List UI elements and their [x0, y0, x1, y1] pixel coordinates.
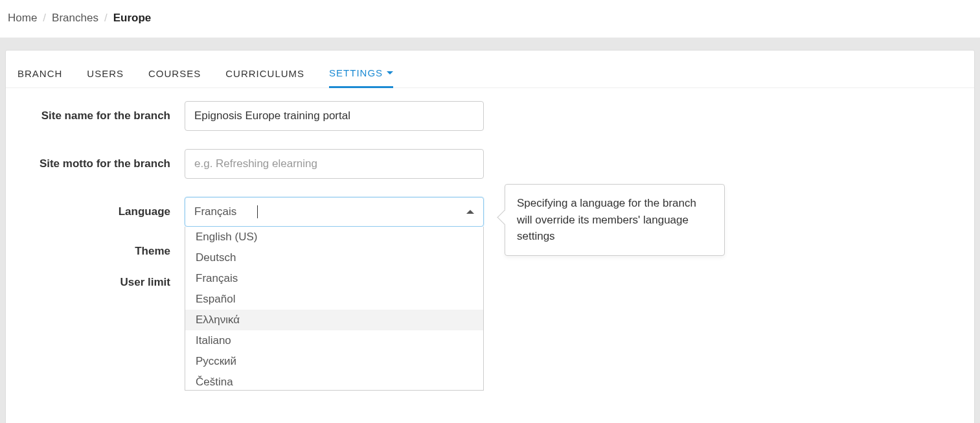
work-area: BRANCH USERS COURSES CURRICULUMS SETTING…	[0, 38, 980, 423]
language-option[interactable]: English (US)	[185, 227, 483, 247]
site-motto-input[interactable]	[185, 149, 484, 179]
breadcrumb-bar: Home / Branches / Europe	[0, 0, 980, 38]
tab-settings-label: SETTINGS	[329, 67, 383, 78]
language-option[interactable]: Русский	[185, 351, 483, 372]
breadcrumb-separator: /	[104, 12, 108, 25]
language-option[interactable]: Deutsch	[185, 247, 483, 268]
language-option[interactable]: Français	[185, 268, 483, 289]
chevron-up-icon	[466, 210, 474, 214]
breadcrumb-home[interactable]: Home	[8, 12, 37, 25]
row-site-motto: Site motto for the branch	[16, 149, 964, 179]
language-option[interactable]: Ελληνικά	[185, 310, 483, 330]
site-name-input[interactable]	[185, 101, 484, 131]
site-name-label: Site name for the branch	[16, 109, 185, 122]
tab-users[interactable]: USERS	[87, 67, 124, 87]
row-user-limit: User limit	[16, 276, 964, 289]
row-language: Language Français English (US) Deutsch	[16, 197, 964, 227]
breadcrumb: Home / Branches / Europe	[8, 12, 972, 25]
language-select[interactable]: Français	[185, 197, 484, 227]
chevron-down-icon	[387, 71, 393, 74]
site-motto-label: Site motto for the branch	[16, 157, 185, 170]
row-theme: Theme	[16, 245, 964, 258]
tab-branch[interactable]: BRANCH	[17, 67, 62, 87]
tab-settings[interactable]: SETTINGS	[329, 67, 393, 88]
tab-courses[interactable]: COURSES	[148, 67, 201, 87]
theme-label: Theme	[16, 245, 185, 258]
row-site-name: Site name for the branch	[16, 101, 964, 131]
tab-curriculums[interactable]: CURRICULUMS	[225, 67, 304, 87]
language-option[interactable]: Italiano	[185, 330, 483, 351]
language-dropdown: English (US) Deutsch Français Español Ελ…	[185, 227, 484, 391]
language-dropdown-scroll[interactable]: English (US) Deutsch Français Español Ελ…	[185, 227, 483, 390]
breadcrumb-separator: /	[43, 12, 46, 25]
breadcrumb-branches[interactable]: Branches	[52, 12, 98, 25]
form-area: Site name for the branch Site motto for …	[6, 88, 974, 423]
text-cursor	[257, 205, 258, 218]
user-limit-label: User limit	[16, 276, 185, 289]
language-option[interactable]: Čeština	[185, 372, 483, 390]
language-label: Language	[16, 205, 185, 218]
settings-panel: BRANCH USERS COURSES CURRICULUMS SETTING…	[5, 50, 975, 423]
language-option[interactable]: Español	[185, 289, 483, 310]
tab-bar: BRANCH USERS COURSES CURRICULUMS SETTING…	[6, 51, 974, 88]
language-select-value: Français	[194, 205, 236, 218]
breadcrumb-current: Europe	[113, 12, 152, 25]
